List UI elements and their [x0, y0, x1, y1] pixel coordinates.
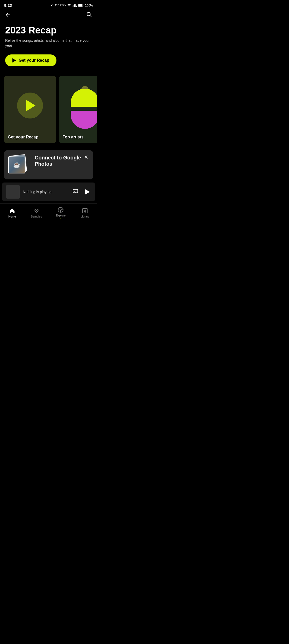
nav-item-home[interactable]: Home [0, 208, 24, 218]
svg-rect-3 [75, 4, 76, 6]
svg-point-11 [60, 209, 61, 211]
play-icon [12, 58, 16, 62]
svg-rect-12 [83, 208, 87, 213]
signal-icon [73, 4, 77, 7]
bluetooth-icon [50, 3, 54, 8]
nav-library-label: Library [81, 215, 89, 218]
svg-rect-6 [78, 4, 83, 6]
recap-card[interactable]: Get your Recap [4, 76, 56, 143]
get-recap-button[interactable]: Get your Recap [5, 54, 56, 66]
banner-content: Connect to Google Photos [35, 155, 89, 167]
cast-button[interactable] [73, 189, 78, 195]
status-icons: 110 KB/s 100% [50, 3, 93, 8]
cta-label: Get your Recap [19, 58, 49, 63]
artist-body-top [71, 89, 97, 107]
wifi-icon [67, 4, 71, 7]
cards-row: Get your Recap Top artists [0, 73, 97, 147]
svg-rect-2 [74, 4, 75, 7]
photo-main: ☕ [8, 157, 25, 173]
explore-underline [60, 219, 61, 219]
battery-icon [78, 4, 84, 7]
svg-point-9 [73, 192, 74, 193]
now-playing-bar: Nothing is playing [2, 183, 95, 201]
album-thumbnail [6, 185, 20, 199]
nav-item-samples[interactable]: Samples [24, 208, 49, 218]
status-bar: 9:23 110 KB/s 100% [0, 0, 97, 10]
top-artists-card[interactable]: Top artists [59, 76, 97, 143]
hero-subtitle: Relive the songs, artists, and albums th… [5, 38, 92, 48]
nav-explore-label: Explore [56, 214, 66, 217]
bottom-nav: Home Samples Explore Library [0, 203, 97, 226]
artist-figure [68, 86, 97, 128]
recap-card-label: Get your Recap [8, 135, 38, 139]
banner-title: Connect to Google Photos [35, 155, 89, 167]
search-button[interactable] [86, 12, 92, 19]
banner-image-container: ☕ [8, 155, 32, 175]
artists-card-label: Top artists [63, 135, 84, 139]
google-photos-banner: ☕ Connect to Google Photos [4, 150, 93, 179]
artist-body-bottom [71, 111, 97, 129]
nav-samples-label: Samples [31, 215, 42, 218]
play-triangle-icon [26, 100, 35, 111]
back-button[interactable] [5, 12, 11, 19]
data-speed: 110 KB/s [55, 4, 66, 7]
hero-section: 2023 Recap Relive the songs, artists, an… [0, 23, 97, 73]
svg-line-4 [76, 4, 77, 7]
page-title: 2023 Recap [5, 25, 92, 36]
nav-item-library[interactable]: Library [73, 208, 97, 218]
play-circle [17, 93, 43, 118]
banner-close-button[interactable] [83, 153, 90, 161]
svg-rect-1 [74, 5, 74, 7]
nav-home-label: Home [8, 215, 16, 218]
play-button-icon [85, 189, 90, 194]
status-time: 9:23 [4, 3, 12, 8]
now-playing-text: Nothing is playing [23, 190, 70, 194]
svg-rect-0 [73, 5, 73, 7]
nav-item-explore[interactable]: Explore [49, 207, 73, 219]
play-pause-button[interactable] [83, 188, 91, 196]
top-nav [0, 10, 97, 23]
battery-percent: 100% [85, 4, 93, 7]
svg-point-13 [84, 210, 86, 212]
now-playing-actions [73, 188, 91, 196]
